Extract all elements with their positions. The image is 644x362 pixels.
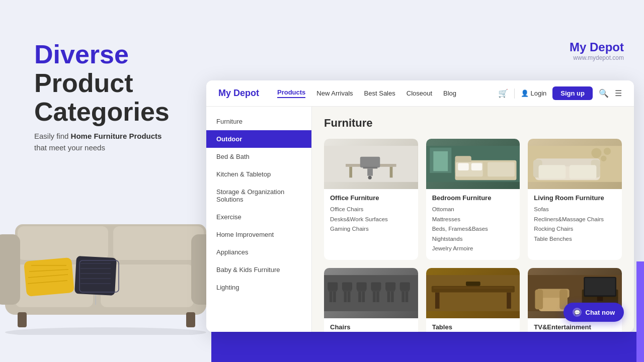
bedroom-link-3[interactable]: Beds, Frames&Bases bbox=[432, 224, 514, 234]
svg-rect-56 bbox=[357, 290, 366, 291]
svg-rect-71 bbox=[426, 275, 520, 311]
nav-logo[interactable]: My Depot bbox=[218, 88, 259, 99]
sidebar-item-home-improvement[interactable]: Home Improvement bbox=[206, 226, 311, 243]
brand-name: My Depot bbox=[570, 40, 624, 54]
tv-card-title: TV&Entertainment Furniture bbox=[534, 323, 616, 332]
category-card-tables[interactable]: Tables bbox=[426, 268, 520, 332]
category-card-chairs[interactable]: Chairs bbox=[324, 268, 418, 332]
chairs-card-content: Chairs bbox=[324, 318, 418, 332]
sidebar-item-furniture[interactable]: Furniture bbox=[206, 113, 311, 130]
search-icon[interactable]: 🔍 bbox=[599, 88, 609, 98]
login-button[interactable]: 👤 Login bbox=[521, 89, 547, 97]
main-content: Furniture Outdoor Bed & Bath Kitchen & T… bbox=[206, 107, 634, 332]
tables-image bbox=[426, 268, 520, 318]
office-link-2[interactable]: Desks&Work Surfaces bbox=[330, 215, 412, 225]
svg-rect-21 bbox=[349, 167, 352, 178]
nav-actions: 🛒 👤 Login Sign up 🔍 ☰ bbox=[498, 86, 622, 100]
office-furniture-image bbox=[324, 139, 418, 189]
svg-rect-67 bbox=[400, 282, 410, 290]
svg-rect-76 bbox=[466, 282, 480, 286]
category-card-office[interactable]: Office Furniture Office Chairs Desks&Wor… bbox=[324, 139, 418, 260]
nav-link-blog[interactable]: Blog bbox=[443, 89, 456, 97]
svg-rect-69 bbox=[401, 291, 405, 302]
chat-now-button[interactable]: 💬 Chat now bbox=[564, 303, 624, 322]
chairs-card-title: Chairs bbox=[330, 323, 412, 331]
svg-rect-62 bbox=[376, 291, 379, 302]
svg-rect-49 bbox=[330, 291, 333, 302]
svg-rect-7 bbox=[113, 226, 204, 260]
living-link-1[interactable]: Sofas bbox=[534, 205, 616, 215]
sidebar-item-outdoor[interactable]: Outdoor bbox=[206, 130, 311, 148]
nav-link-closeout[interactable]: Closeout bbox=[407, 89, 432, 97]
living-room-image bbox=[528, 139, 622, 189]
svg-rect-57 bbox=[358, 291, 361, 302]
bedroom-card-title: Bedroom Furniture bbox=[432, 194, 514, 202]
bedroom-link-4[interactable]: Nightstands bbox=[432, 234, 514, 244]
nav-links: Products New Arrivals Best Sales Closeou… bbox=[277, 88, 484, 98]
svg-point-0 bbox=[5, 327, 206, 335]
category-card-bedroom[interactable]: Bedroom Furniture Ottoman Mattresses Bed… bbox=[426, 139, 520, 260]
cart-icon[interactable]: 🛒 bbox=[498, 88, 508, 98]
svg-rect-11 bbox=[186, 312, 195, 327]
category-card-tv[interactable]: TV&Entertainment Furniture bbox=[528, 268, 622, 332]
office-link-1[interactable]: Office Chairs bbox=[330, 205, 412, 215]
tables-card-content: Tables bbox=[426, 318, 520, 332]
nav-link-best-sales[interactable]: Best Sales bbox=[364, 89, 395, 97]
category-card-living[interactable]: Living Room Furniture Sofas Recliners&Ma… bbox=[528, 139, 622, 260]
svg-point-38 bbox=[604, 148, 611, 155]
living-link-4[interactable]: Table Benches bbox=[534, 234, 616, 244]
bedroom-card-content: Bedroom Furniture Ottoman Mattresses Bed… bbox=[426, 189, 520, 260]
living-link-2[interactable]: Recliners&Massage Chairs bbox=[534, 215, 616, 225]
chairs-image bbox=[324, 268, 418, 318]
hero-subtitle: Easily find Home Furniture Productsthat … bbox=[34, 131, 162, 153]
office-card-content: Office Furniture Office Chairs Desks&Wor… bbox=[324, 189, 418, 240]
svg-rect-70 bbox=[406, 291, 409, 302]
sidebar-item-appliances[interactable]: Appliances bbox=[206, 243, 311, 261]
svg-rect-6 bbox=[18, 226, 108, 260]
svg-rect-24 bbox=[363, 167, 378, 169]
svg-rect-35 bbox=[471, 163, 482, 170]
svg-rect-66 bbox=[391, 291, 394, 302]
sidebar-item-exercise[interactable]: Exercise bbox=[206, 208, 311, 226]
svg-rect-33 bbox=[488, 162, 515, 176]
navbar: My Depot Products New Arrivals Best Sale… bbox=[206, 80, 634, 107]
sidebar-item-baby-kids[interactable]: Baby & Kids Furniture bbox=[206, 261, 311, 279]
svg-rect-44 bbox=[539, 165, 566, 178]
svg-rect-63 bbox=[385, 282, 395, 290]
svg-rect-55 bbox=[357, 282, 367, 290]
nav-link-products[interactable]: Products bbox=[277, 88, 305, 98]
office-card-links: Office Chairs Desks&Work Surfaces Gaming… bbox=[330, 205, 412, 234]
bedroom-link-5[interactable]: Jewelry Armoire bbox=[432, 244, 514, 254]
svg-rect-65 bbox=[387, 291, 390, 302]
svg-rect-74 bbox=[507, 292, 511, 308]
bedroom-link-2[interactable]: Mattresses bbox=[432, 215, 514, 225]
user-icon: 👤 bbox=[521, 89, 529, 97]
hero-title: Diverse ProductCategories bbox=[34, 40, 211, 127]
nav-link-new-arrivals[interactable]: New Arrivals bbox=[316, 89, 353, 97]
office-link-3[interactable]: Gaming Chairs bbox=[330, 224, 412, 234]
hero-title-highlight: Diverse bbox=[34, 40, 129, 69]
tables-card-title: Tables bbox=[432, 323, 514, 331]
sidebar-item-storage[interactable]: Storage & Organization Solutions bbox=[206, 183, 311, 208]
svg-rect-64 bbox=[386, 290, 394, 291]
menu-icon[interactable]: ☰ bbox=[615, 88, 622, 98]
signup-button[interactable]: Sign up bbox=[552, 86, 593, 100]
sidebar-item-bed-bath[interactable]: Bed & Bath bbox=[206, 148, 311, 165]
svg-rect-54 bbox=[348, 291, 351, 302]
nav-divider bbox=[514, 88, 515, 99]
svg-rect-8 bbox=[0, 234, 20, 305]
office-card-title: Office Furniture bbox=[330, 194, 412, 202]
svg-rect-17 bbox=[74, 256, 117, 296]
bedroom-link-1[interactable]: Ottoman bbox=[432, 205, 514, 215]
living-link-3[interactable]: Rocking Chairs bbox=[534, 224, 616, 234]
sidebar-item-lighting[interactable]: Lighting bbox=[206, 279, 311, 296]
svg-rect-25 bbox=[367, 168, 373, 175]
svg-rect-52 bbox=[343, 290, 351, 291]
brand-overlay: My Depot www.mydepot.com bbox=[570, 40, 624, 61]
svg-rect-72 bbox=[431, 286, 514, 292]
svg-rect-48 bbox=[329, 290, 337, 291]
sidebar-item-kitchen[interactable]: Kitchen & Tabletop bbox=[206, 165, 311, 183]
svg-rect-68 bbox=[400, 290, 409, 291]
login-label: Login bbox=[531, 89, 547, 97]
chat-now-label: Chat now bbox=[586, 309, 615, 316]
